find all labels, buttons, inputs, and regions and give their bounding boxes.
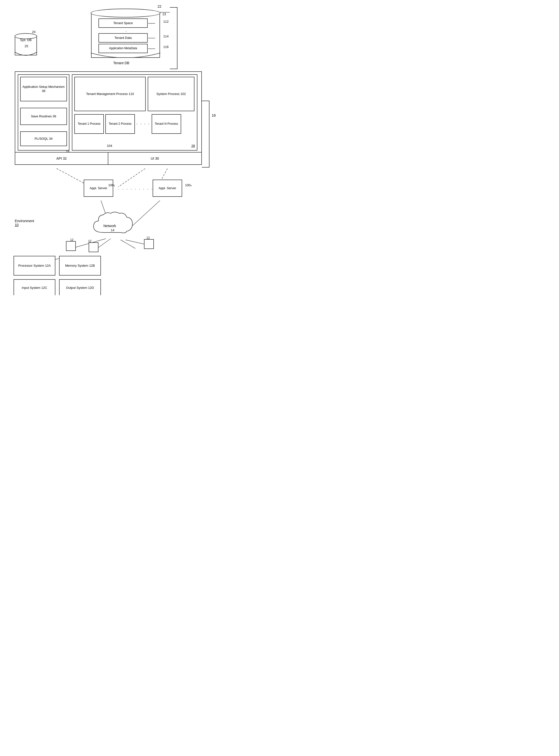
client-label3: 12 [147, 236, 150, 240]
output-box: Output System 12D [59, 279, 101, 295]
tenant-system-outer-box: Tenant Management Process 110 System Pro… [72, 74, 197, 150]
svg-line-2 [118, 168, 145, 187]
system-process-box: System Process 102 [148, 77, 195, 111]
tenant-mgmt-label: Tenant Management Process 110 [86, 92, 134, 96]
svg-line-8 [120, 240, 135, 249]
ref28-label: 28 [192, 144, 195, 148]
network-label: Network [104, 224, 116, 228]
ui-label: UI 30 [151, 156, 159, 161]
client-label1: 12 [70, 238, 73, 242]
client-device2 [89, 242, 98, 252]
tenant-mgmt-box: Tenant Management Process 110 [74, 77, 146, 111]
ref104-label: 104 [107, 144, 112, 148]
app-setup-label: Application Setup Mechanism 38 [21, 85, 66, 93]
tenant-dots: · · · · [136, 121, 150, 127]
api-box: API 32 [15, 152, 108, 164]
appl-serverN-label: Appl. Server [158, 186, 176, 190]
memory-box: Memory System 12B [59, 256, 101, 276]
processor-box: Processor System 12A [14, 256, 55, 276]
tenant-db-label: Tenant DB [113, 61, 129, 65]
appl-serverN-box: Appl. Server [153, 180, 182, 197]
network-num: 14 [111, 228, 114, 232]
tenantN-box: Tenant N Process [152, 114, 181, 134]
app-setup-mechanism-box: Application Setup Mechanism 38 [20, 77, 67, 101]
api-ui-row: API 32 UI 30 [15, 152, 201, 164]
main-server-box: Application Setup Mechanism 38 Save Rout… [15, 71, 202, 165]
memory-label: Memory System 12B [65, 264, 95, 268]
client-device3 [144, 239, 154, 249]
environment-label: Environment 10 [15, 219, 34, 227]
ref24-label: 24 [32, 30, 36, 34]
input-box: Input System 12C [14, 279, 55, 295]
sys-db-label: Sys. DB [20, 38, 32, 42]
appl-server1-box: Appl. Server [84, 180, 113, 197]
network-cloud: Network 14 [89, 210, 138, 240]
tenant1-label: Tenant 1 Process [78, 122, 101, 126]
tenant2-box: Tenant 2 Process [105, 114, 135, 134]
output-label: Output System 12D [66, 286, 94, 290]
tenant2-label: Tenant 2 Process [109, 122, 132, 126]
plsoql-box: PL/SOQL 34 [20, 132, 67, 146]
ref100-1-label: 100₁ [108, 183, 115, 187]
ref25-label: 25 [25, 44, 28, 48]
tenantN-label: Tenant N Process [155, 122, 178, 126]
environment-text: Environment [15, 219, 34, 223]
ui-box: UI 30 [108, 152, 201, 164]
save-routines-box: Save Routines 36 [20, 108, 67, 125]
env-num: 10 [15, 223, 19, 227]
tenant1-box: Tenant 1 Process [74, 114, 104, 134]
client-device1 [66, 241, 76, 251]
server-dots: · · · · · · · · · · [118, 187, 158, 191]
save-routines-label: Save Routines 36 [31, 114, 57, 119]
ref100-N-label: 100ₙ [185, 183, 192, 187]
diagram-container: Tenant Space · Tenant Data Application M… [0, 0, 222, 10]
appl-server1-label: Appl. Server [90, 186, 107, 190]
ref16-label: 16 [212, 113, 216, 117]
app-setup-outer-box: Application Setup Mechanism 38 Save Rout… [18, 74, 69, 150]
input-label: Input System 12C [22, 286, 47, 290]
system-process-label: System Process 102 [156, 92, 185, 96]
tenant-db-cylinder: Tenant Space · Tenant Data Application M… [91, 7, 160, 56]
processor-label: Processor System 12A [18, 264, 51, 268]
plsoql-label: PL/SOQL 34 [35, 137, 52, 141]
client-label2: 12 [88, 239, 91, 243]
api-label: API 32 [57, 156, 67, 161]
